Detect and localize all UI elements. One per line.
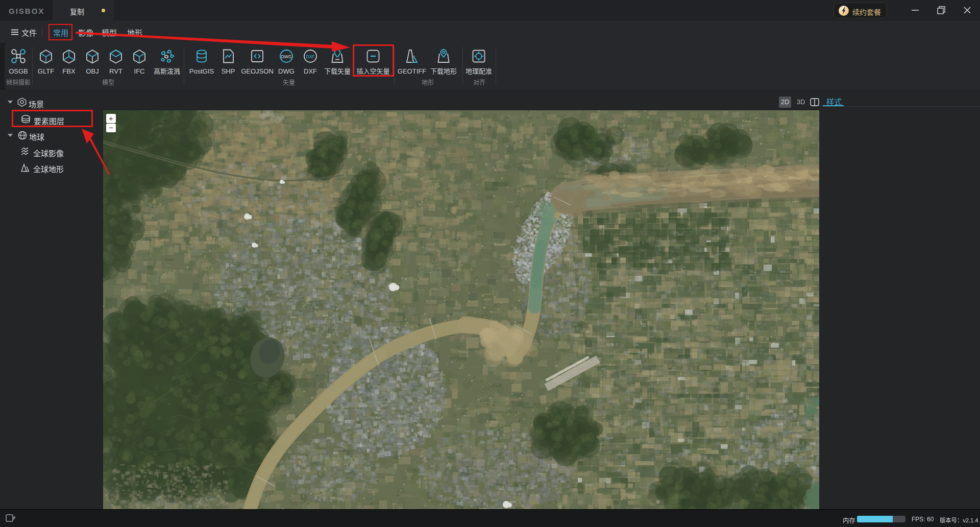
svg-text:DXF: DXF: [306, 54, 315, 59]
